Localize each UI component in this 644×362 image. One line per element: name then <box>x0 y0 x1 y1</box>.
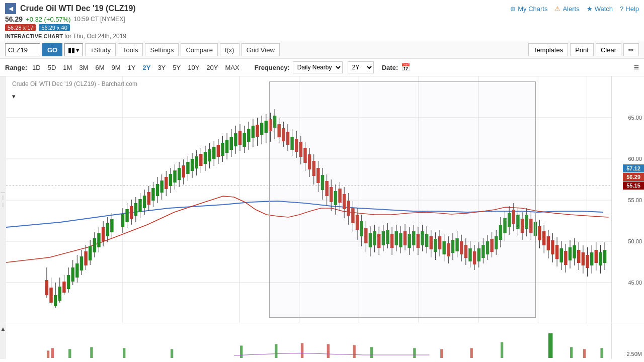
svg-rect-273 <box>90 347 93 358</box>
clear-button[interactable]: Clear <box>596 43 621 56</box>
svg-rect-71 <box>173 170 176 183</box>
svg-rect-235 <box>529 219 532 233</box>
svg-rect-41 <box>102 227 105 241</box>
period-select[interactable]: 2Y 3Y 5Y 10Y <box>348 61 374 73</box>
svg-rect-183 <box>417 234 420 248</box>
range-5d[interactable]: 5D <box>46 63 58 72</box>
svg-rect-173 <box>395 231 398 245</box>
settings-button[interactable]: Settings <box>145 43 179 56</box>
range-6m[interactable]: 6M <box>93 63 106 72</box>
grid-view-button[interactable]: Grid View <box>242 43 280 56</box>
svg-rect-278 <box>301 343 303 358</box>
svg-rect-251 <box>564 251 567 265</box>
compare-button[interactable]: Compare <box>181 43 217 56</box>
svg-rect-213 <box>481 245 485 258</box>
frequency-select[interactable]: Daily Nearby Weekly Monthly <box>293 61 343 73</box>
range-9m[interactable]: 9M <box>110 63 123 72</box>
hamburger-menu-button[interactable]: ≡ <box>633 62 639 73</box>
chevron-down-icon: ▾ <box>76 46 79 54</box>
range-20y[interactable]: 20Y <box>204 63 220 72</box>
svg-rect-211 <box>477 248 480 261</box>
svg-rect-95 <box>225 140 228 153</box>
svg-rect-209 <box>473 251 476 264</box>
collapse-button[interactable]: ◀ <box>5 3 16 14</box>
svg-rect-165 <box>377 234 380 248</box>
svg-rect-125 <box>290 137 293 150</box>
svg-rect-265 <box>595 250 598 263</box>
svg-rect-37 <box>93 238 96 252</box>
collapse-volume-button[interactable]: ▲ <box>0 325 6 332</box>
symbol-input[interactable] <box>5 43 40 56</box>
svg-rect-31 <box>80 256 83 270</box>
svg-rect-283 <box>440 349 443 358</box>
range-3m[interactable]: 3M <box>77 63 90 72</box>
svg-rect-253 <box>569 247 572 260</box>
my-charts-button[interactable]: ⊕ My Charts <box>510 5 547 13</box>
range-1d[interactable]: 1D <box>30 63 43 72</box>
tools-button[interactable]: Tools <box>118 43 143 56</box>
study-button[interactable]: +Study <box>85 43 116 56</box>
svg-rect-93 <box>221 143 224 156</box>
watch-button[interactable]: ★ Watch <box>587 5 613 13</box>
draw-button[interactable]: ✏ <box>623 43 639 56</box>
my-charts-icon: ⊕ <box>510 5 516 13</box>
svg-rect-189 <box>430 236 433 249</box>
chart-dropdown-arrow[interactable]: ▾ <box>12 93 16 100</box>
range-1y[interactable]: 1Y <box>126 63 138 72</box>
svg-rect-187 <box>425 234 428 247</box>
svg-rect-155 <box>356 215 359 230</box>
help-button[interactable]: ? Help <box>620 5 639 13</box>
svg-rect-49 <box>125 209 128 222</box>
volume-chart <box>6 323 611 359</box>
go-button[interactable]: GO <box>42 43 62 56</box>
svg-rect-25 <box>67 275 70 289</box>
range-1m[interactable]: 1M <box>61 63 74 72</box>
fx-button[interactable]: f(x) <box>220 43 239 56</box>
star-icon: ★ <box>587 5 593 13</box>
svg-rect-243 <box>547 236 550 250</box>
price-badge-57: 57.12 <box>623 164 644 172</box>
svg-rect-276 <box>240 345 243 358</box>
svg-rect-274 <box>123 348 125 358</box>
svg-rect-61 <box>151 188 154 201</box>
volume-svg <box>6 323 611 359</box>
calendar-button[interactable]: 📅 <box>401 63 411 72</box>
svg-rect-205 <box>464 245 467 258</box>
svg-rect-171 <box>390 234 393 248</box>
svg-rect-27 <box>71 267 74 282</box>
svg-rect-181 <box>412 231 415 245</box>
svg-rect-97 <box>230 137 233 150</box>
svg-rect-269 <box>603 250 606 263</box>
svg-rect-237 <box>534 222 537 236</box>
svg-rect-91 <box>217 145 220 157</box>
range-3y[interactable]: 3Y <box>155 63 168 72</box>
svg-rect-277 <box>275 344 277 358</box>
range-10y[interactable]: 10Y <box>186 63 201 72</box>
svg-rect-85 <box>204 152 207 164</box>
chart-type-button[interactable]: ▮▮ ▾ <box>64 43 83 56</box>
y-label-45: 45.00 <box>628 280 642 286</box>
svg-rect-177 <box>404 231 407 245</box>
templates-button[interactable]: Templates <box>528 43 568 56</box>
ask-badge: 56.29 x 40 <box>39 24 69 31</box>
alerts-button[interactable]: ⚠ Alerts <box>554 5 579 13</box>
svg-rect-103 <box>243 133 246 147</box>
y-label-60: 60.00 <box>628 156 642 162</box>
svg-rect-39 <box>97 233 100 247</box>
print-button[interactable]: Print <box>570 43 594 56</box>
svg-rect-193 <box>438 236 441 249</box>
range-5y[interactable]: 5Y <box>171 63 183 72</box>
range-max[interactable]: MAX <box>223 63 241 72</box>
alerts-icon: ⚠ <box>554 5 560 13</box>
price-change: +0.32 (+0.57%) <box>26 16 71 23</box>
range-2y[interactable]: 2Y <box>140 63 152 72</box>
svg-rect-73 <box>178 168 181 180</box>
svg-rect-67 <box>165 177 168 189</box>
svg-rect-115 <box>269 119 272 131</box>
svg-rect-65 <box>160 180 163 193</box>
svg-rect-289 <box>600 348 603 358</box>
svg-rect-219 <box>495 236 498 249</box>
y-label-65: 65.00 <box>628 115 642 121</box>
svg-rect-109 <box>256 125 259 137</box>
chart-area: | | | Crude Oil WTI Dec '19 (CLZ19) - Ba… <box>0 76 644 323</box>
